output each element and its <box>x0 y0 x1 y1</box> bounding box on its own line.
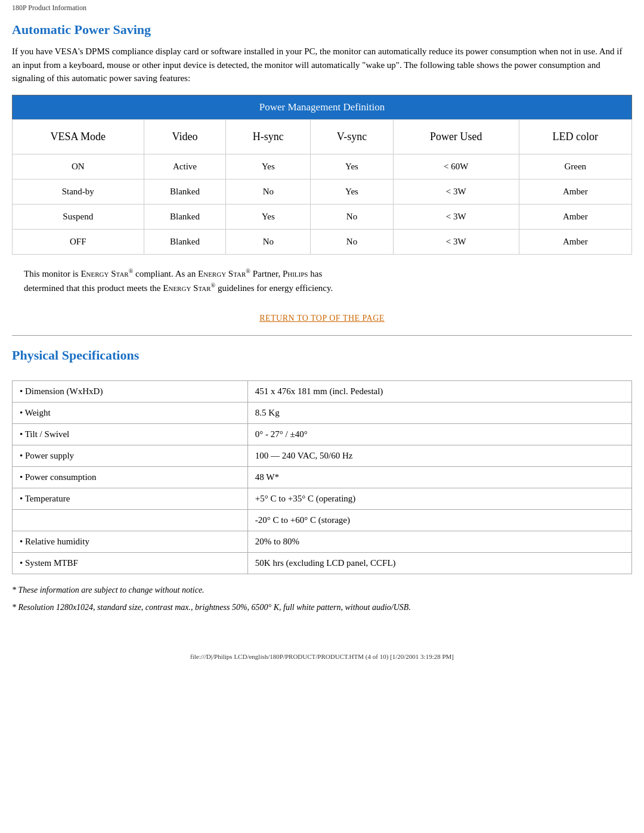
phys-row7-value: 20% to 80% <box>247 531 631 552</box>
row3-col3: No <box>311 229 394 254</box>
energy-star-line1: This monitor is Energy Star® compliant. … <box>24 269 322 278</box>
row0-col4: < 60W <box>393 154 519 179</box>
row2-col1: Blanked <box>144 204 226 229</box>
table-row: • System MTBF 50K hrs (excluding LCD pan… <box>13 552 632 574</box>
phys-row1-value: 8.5 Kg <box>247 402 631 423</box>
return-link-container: RETURN TO TOP OF THE PAGE <box>12 313 632 323</box>
phys-row0-value: 451 x 476x 181 mm (incl. Pedestal) <box>247 380 631 402</box>
col-vesa-mode: VESA Mode <box>13 119 144 154</box>
phys-row0-label: • Dimension (WxHxD) <box>13 380 248 402</box>
section1-intro: If you have VESA's DPMS compliance displ… <box>12 45 632 85</box>
table-row: • Temperature +5° C to +35° C (operating… <box>13 488 632 509</box>
section1-title: Automatic Power Saving <box>12 22 632 38</box>
phys-row5-value: +5° C to +35° C (operating) <box>247 488 631 509</box>
table-row: • Tilt / Swivel 0° - 27° / ±40° <box>13 423 632 445</box>
phys-row8-value: 50K hrs (excluding LCD panel, CCFL) <box>247 552 631 574</box>
table-header-row: Power Management Definition <box>13 95 632 119</box>
footnote-1: * These information are subject to chang… <box>12 584 632 596</box>
main-content: Automatic Power Saving If you have VESA'… <box>0 16 644 630</box>
col-hsync: H-sync <box>226 119 311 154</box>
table-col-header-row: VESA Mode Video H-sync V-sync Power Used… <box>13 119 632 154</box>
row0-col1: Active <box>144 154 226 179</box>
phys-row2-label: • Tilt / Swivel <box>13 423 248 445</box>
phys-row8-label: • System MTBF <box>13 552 248 574</box>
phys-row6-value: -20° C to +60° C (storage) <box>247 509 631 531</box>
phys-row7-label: • Relative humidity <box>13 531 248 552</box>
table-row: • Power supply 100 — 240 VAC, 50/60 Hz <box>13 445 632 466</box>
table-main-header: Power Management Definition <box>13 95 632 119</box>
col-video: Video <box>144 119 226 154</box>
row2-col3: No <box>311 204 394 229</box>
col-vsync: V-sync <box>311 119 394 154</box>
table-row: • Relative humidity 20% to 80% <box>13 531 632 552</box>
row2-col4: < 3W <box>393 204 519 229</box>
row0-col2: Yes <box>226 154 311 179</box>
energy-star-text: This monitor is Energy Star® compliant. … <box>24 267 632 295</box>
table-row: • Weight 8.5 Kg <box>13 402 632 423</box>
table-row: OFF Blanked No No < 3W Amber <box>13 229 632 254</box>
table-row: ON Active Yes Yes < 60W Green <box>13 154 632 179</box>
row0-col5: Green <box>519 154 631 179</box>
phys-row3-label: • Power supply <box>13 445 248 466</box>
table-row: -20° C to +60° C (storage) <box>13 509 632 531</box>
row3-col0: OFF <box>13 229 144 254</box>
row1-col4: < 3W <box>393 179 519 204</box>
col-led-color: LED color <box>519 119 631 154</box>
row1-col3: Yes <box>311 179 394 204</box>
row1-col0: Stand-by <box>13 179 144 204</box>
row2-col5: Amber <box>519 204 631 229</box>
row2-col0: Suspend <box>13 204 144 229</box>
row3-col4: < 3W <box>393 229 519 254</box>
phys-row4-label: • Power consumption <box>13 466 248 488</box>
bottom-bar-label: file:///D|/Philips LCD/english/180P/PROD… <box>190 653 454 660</box>
physical-specs-table: • Dimension (WxHxD) 451 x 476x 181 mm (i… <box>12 380 632 574</box>
table-row: Suspend Blanked Yes No < 3W Amber <box>13 204 632 229</box>
phys-row1-label: • Weight <box>13 402 248 423</box>
row3-col1: Blanked <box>144 229 226 254</box>
section2-title: Physical Specifications <box>12 348 632 363</box>
row3-col2: No <box>226 229 311 254</box>
row1-col2: No <box>226 179 311 204</box>
row0-col3: Yes <box>311 154 394 179</box>
section-divider <box>12 335 632 336</box>
table-row: Stand-by Blanked No Yes < 3W Amber <box>13 179 632 204</box>
row1-col5: Amber <box>519 179 631 204</box>
col-power-used: Power Used <box>393 119 519 154</box>
row0-col0: ON <box>13 154 144 179</box>
phys-row5-label: • Temperature <box>13 488 248 509</box>
row2-col2: Yes <box>226 204 311 229</box>
row3-col5: Amber <box>519 229 631 254</box>
top-bar-label: 180P Product Information <box>12 4 86 12</box>
energy-star-line2: determined that this product meets the E… <box>24 283 333 293</box>
table-row: • Power consumption 48 W* <box>13 466 632 488</box>
bottom-bar: file:///D|/Philips LCD/english/180P/PROD… <box>0 648 644 665</box>
top-bar: 180P Product Information <box>0 0 644 16</box>
phys-row4-value: 48 W* <box>247 466 631 488</box>
return-to-top-link[interactable]: RETURN TO TOP OF THE PAGE <box>259 314 385 323</box>
row1-col1: Blanked <box>144 179 226 204</box>
phys-row3-value: 100 — 240 VAC, 50/60 Hz <box>247 445 631 466</box>
table-row: • Dimension (WxHxD) 451 x 476x 181 mm (i… <box>13 380 632 402</box>
footnote-2: * Resolution 1280x1024, standard size, c… <box>12 601 632 614</box>
power-management-table: Power Management Definition VESA Mode Vi… <box>12 95 632 255</box>
phys-row6-label <box>13 509 248 531</box>
phys-row2-value: 0° - 27° / ±40° <box>247 423 631 445</box>
